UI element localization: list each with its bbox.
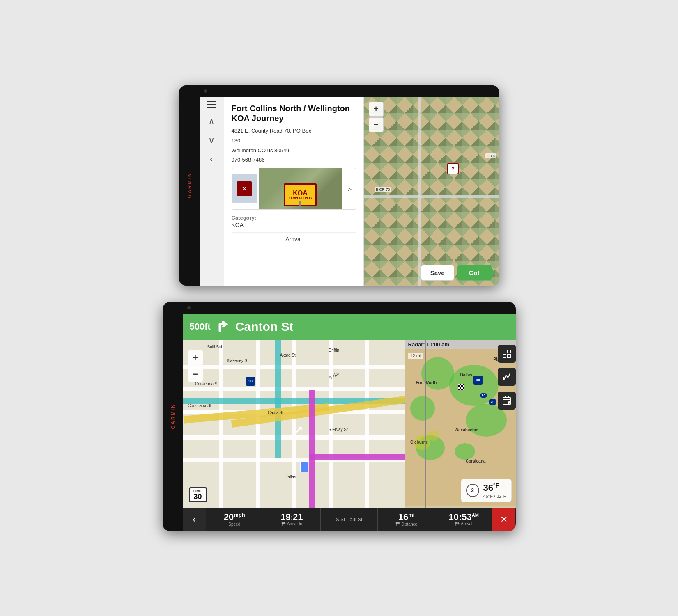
highway-30-badge: 30 — [246, 377, 255, 386]
status-speed: 20mph Speed — [206, 508, 264, 531]
category-value: KOA — [232, 222, 356, 228]
category-label: Category: — [232, 215, 356, 221]
arrival-label: Arrival — [232, 232, 356, 243]
status-speed-value: 20mph — [224, 512, 245, 522]
svg-rect-2 — [503, 355, 506, 357]
speed-limit-sign: LIMIT 30 — [189, 487, 207, 502]
weather-widget: 2 36°F 45°F / 32°F — [461, 479, 512, 502]
destination-flag — [458, 384, 464, 390]
status-distance: 16mi 🏁 Distance — [378, 508, 435, 531]
navigation-bar: 500ft Canton St — [183, 314, 516, 340]
street-label-griffin: Griffin — [329, 348, 340, 353]
device-1-garmin: GARMIN ∧ ∨ ‹ Fort Collins — [179, 85, 499, 286]
radar-highway-20: 20 — [489, 399, 496, 405]
radar-label-fortworth: Fort Worth — [416, 380, 437, 385]
menu-icon[interactable] — [207, 101, 216, 108]
go-button[interactable]: Go! — [457, 265, 494, 281]
status-close-button[interactable]: ✕ — [492, 508, 515, 531]
status-arrive-in-value: 19:21 — [280, 513, 303, 522]
poi-title: Fort Collins North / Wellington KOA Jour… — [232, 103, 356, 123]
status-arrival: 10:53AM 🏁 Arrival — [435, 508, 493, 531]
koa-map-marker[interactable]: ✕ — [447, 163, 459, 174]
status-street: S St Paul St — [321, 508, 378, 531]
turn-arrow-icon — [216, 319, 230, 334]
poi-detail-panel: Fort Collins North / Wellington KOA Jour… — [224, 97, 364, 286]
radar-scale: 12 mi — [408, 353, 423, 359]
radar-label-corsicana: Corsicana — [466, 459, 485, 463]
device1-nav-panel: ∧ ∨ ‹ — [200, 97, 224, 286]
status-street-name: S St Paul St — [336, 517, 363, 522]
radar-highway-30: 30 — [473, 376, 483, 385]
device-2-garmin: GARMIN 500ft Canton St — [163, 302, 516, 531]
status-bar: ‹ 20mph Speed 19:21 — [183, 508, 516, 531]
status-arrive-in-label: 🏁 Arrive In — [281, 522, 302, 526]
street-label-dallas: Dallas — [285, 474, 296, 479]
device2-screen: 500ft Canton St — [183, 314, 516, 531]
map-label-cr70: E CR-70 — [375, 187, 391, 192]
photo-thumbnail: ✕ — [232, 174, 257, 203]
status-arrive-in: 19:21 🏁 Arrive In — [263, 508, 321, 531]
status-arrival-value: 10:53AM — [448, 513, 478, 522]
street-label-corsicana: Corsicana St — [195, 382, 218, 386]
radar-label-waxahachie: Waxahachie — [455, 428, 478, 432]
svg-rect-3 — [508, 355, 510, 357]
device1-screen: ∧ ∨ ‹ Fort Collins North / Wellington KO… — [200, 97, 499, 286]
map-zoom-in-button[interactable]: + — [188, 350, 203, 365]
route-view-button[interactable] — [498, 368, 516, 386]
svg-rect-1 — [508, 350, 510, 353]
poi-address-line1: 4821 E. County Road 70, PO Box — [232, 127, 356, 135]
garmin-logo-1: GARMIN — [187, 172, 192, 198]
photo-main: KOA KAMPGROUNDS — [259, 168, 342, 209]
status-speed-label: Speed — [228, 522, 240, 527]
photo-next-icon[interactable]: ▹ — [344, 184, 356, 193]
map-label-cr5: CR-5 — [485, 153, 496, 158]
street-label-blakeney: Blakeney St — [227, 358, 248, 363]
save-button[interactable]: Save — [421, 265, 454, 281]
street-label-sullivans: Sulli Sul... — [207, 345, 225, 349]
svg-rect-0 — [503, 350, 506, 353]
status-distance-label: 🏁 Distance — [395, 522, 417, 527]
nav-map-left: ↗ Blakeney St Corsicana St Corsicana St … — [183, 340, 425, 508]
status-arrival-label: 🏁 Arrival — [455, 522, 472, 526]
schedule-button[interactable] — [498, 392, 516, 410]
weather-badge: 2 — [466, 484, 479, 497]
status-back-button[interactable]: ‹ — [183, 508, 206, 531]
poi-map-panel: E CR-70 CR-5 ✕ + − Save Go! — [364, 97, 499, 286]
back-icon[interactable]: ‹ — [210, 154, 213, 165]
nav-distance: 500ft — [190, 321, 211, 332]
radar-label-dallas: Dallas — [460, 373, 472, 377]
street-label-cadiz: Cadiz St — [268, 410, 283, 415]
weather-temp: 36°F — [483, 482, 506, 493]
poi-photo-strip: ✕ KOA KAMPGROUNDS ▹ — [232, 168, 356, 210]
status-distance-value: 16mi — [398, 512, 415, 522]
weather-hi-lo: 45°F / 32°F — [483, 494, 506, 499]
poi-phone: 970-568-7486 — [232, 157, 356, 163]
zoom-in-button[interactable]: + — [369, 102, 384, 117]
scroll-up-icon[interactable]: ∧ — [208, 116, 215, 127]
garmin-logo-2: GARMIN — [170, 403, 175, 429]
street-label-ervay: S Ervay St — [329, 427, 348, 432]
street-label-akard: Akard St — [280, 353, 296, 357]
nav-street-name: Canton St — [235, 320, 509, 334]
poi-address-line3: Wellington CO us 80549 — [232, 147, 356, 154]
zoom-out-button[interactable]: − — [369, 117, 384, 132]
map-zoom-out-button[interactable]: − — [188, 367, 203, 382]
street-label-corsicana2: Corsicana St — [188, 403, 211, 408]
poi-address-line2: 130 — [232, 137, 356, 144]
scroll-down-icon[interactable]: ∨ — [208, 135, 215, 146]
zoom-controls: + − — [369, 102, 384, 132]
action-buttons: Save Go! — [421, 265, 494, 281]
map-view-button[interactable] — [498, 345, 516, 363]
speed-limit-number: 30 — [192, 493, 204, 500]
